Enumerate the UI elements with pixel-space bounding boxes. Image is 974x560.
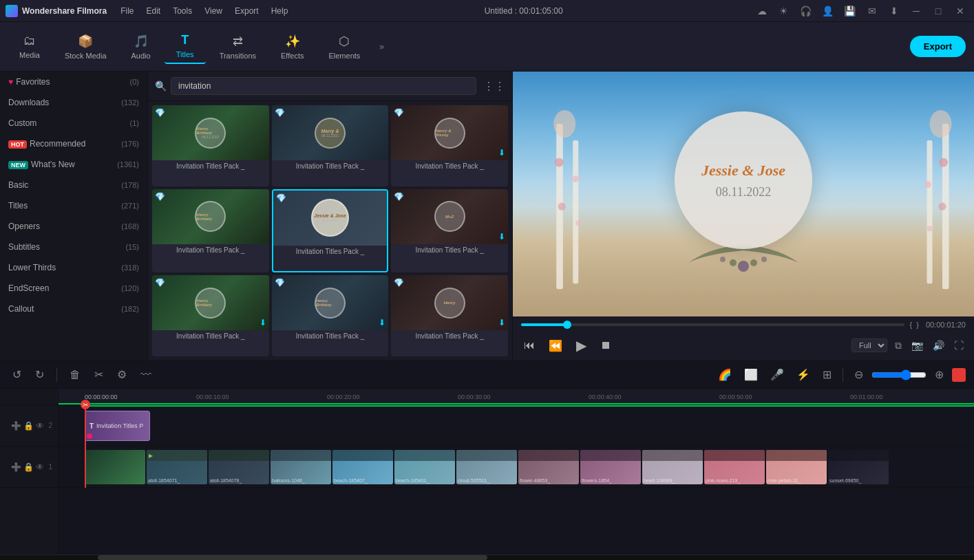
media-card-6[interactable]: M+Z 💎 ⬇ Invitation Titles Pack _ xyxy=(391,189,508,273)
media-card-9[interactable]: Henry 💎 ⬇ Invitation Titles Pack _ xyxy=(391,275,508,356)
sidebar-item-custom[interactable]: Custom (1) xyxy=(0,113,147,133)
media-card-1[interactable]: Henry Brittany 08.11.2022 💎 Invitation T… xyxy=(152,105,269,186)
sidebar-item-favorites[interactable]: ♥Favorites (0) xyxy=(0,72,147,92)
export-button[interactable]: Export xyxy=(910,36,966,57)
lock-icon-1[interactable]: 🔒 xyxy=(23,462,34,472)
sidebar-item-recommended[interactable]: HOTRecommended (176) xyxy=(0,133,147,154)
skip-back-button[interactable]: ⏮ xyxy=(521,336,538,354)
video-clip-sunset[interactable]: sunset-69850_ xyxy=(828,450,889,484)
zoom-select[interactable]: Full xyxy=(851,338,887,352)
zoom-in-tl[interactable]: ⊕ xyxy=(931,366,948,383)
sidebar-item-lowerthirds[interactable]: Lower Thirds (318) xyxy=(0,257,147,278)
brightness-icon[interactable]: ☀ xyxy=(776,3,792,19)
play-button[interactable]: ▶ xyxy=(573,334,589,356)
tool-stock-media[interactable]: 📦 Stock Media xyxy=(54,30,118,64)
media-card-7[interactable]: Henry Brittany 💎 ⬇ Invitation Titles Pac… xyxy=(152,275,269,356)
tool-audio[interactable]: 🎵 Audio xyxy=(120,30,162,64)
grid-options-icon[interactable]: ⋮⋮ xyxy=(483,80,505,93)
video-clip-beach2[interactable]: beach-185401_ xyxy=(394,450,455,484)
tool-media[interactable]: 🗂 Media xyxy=(8,30,51,63)
sidebar-item-basic[interactable]: Basic (178) xyxy=(0,175,147,195)
playhead[interactable]: ✂ xyxy=(85,405,86,488)
progress-bar[interactable] xyxy=(521,323,904,326)
add-track-icon-2[interactable]: ➕ xyxy=(11,421,21,431)
cloud-icon[interactable]: ☁ xyxy=(754,3,770,19)
pip-tl-icon[interactable]: ⊞ xyxy=(818,366,836,383)
minimize-button[interactable]: ─ xyxy=(908,3,924,19)
pip-icon[interactable]: ⧉ xyxy=(893,338,904,354)
download-icon-8[interactable]: ⬇ xyxy=(379,318,385,327)
tool-transitions[interactable]: ⇄ Transitions xyxy=(209,30,267,64)
cut-button[interactable]: ✂ xyxy=(90,366,107,383)
mail-icon[interactable]: ✉ xyxy=(864,3,880,19)
download-icon-6[interactable]: ⬇ xyxy=(498,232,505,241)
media-card-4[interactable]: Henry Brittany 💎 Invitation Titles Pack … xyxy=(152,189,269,273)
menu-edit[interactable]: Edit xyxy=(140,3,166,19)
zoom-out-tl[interactable]: ⊖ xyxy=(850,366,867,383)
audio-wave-button[interactable]: 〰 xyxy=(136,367,156,383)
progress-handle[interactable] xyxy=(563,321,571,329)
detach-audio-icon[interactable]: ⚡ xyxy=(792,366,814,383)
add-track-icon-1[interactable]: ➕ xyxy=(11,462,21,472)
redo-button[interactable]: ↻ xyxy=(31,366,48,383)
record-button[interactable] xyxy=(952,368,966,382)
video-clip-pinkroses[interactable]: pink-roses-219_ xyxy=(704,450,765,484)
sidebar-item-callout[interactable]: Callout (182) xyxy=(0,299,147,319)
fullscreen-icon[interactable]: ⛶ xyxy=(952,338,966,353)
timeline-scrollbar[interactable] xyxy=(0,554,974,560)
download-icon-9[interactable]: ⬇ xyxy=(498,318,505,327)
color-correct-icon[interactable]: 🌈 xyxy=(714,366,736,383)
video-clip-flower[interactable]: flower-48653_ xyxy=(518,450,579,484)
search-input[interactable] xyxy=(171,77,476,95)
media-card-2[interactable]: Marry & 08.11.2022 💎 Invitation Titles P… xyxy=(272,105,389,186)
menu-view[interactable]: View xyxy=(199,3,228,19)
menu-help[interactable]: Help xyxy=(266,3,294,19)
eye-icon-1[interactable]: 👁 xyxy=(36,462,44,472)
video-clip-rosepetals[interactable]: rose-petals-31_ xyxy=(766,450,827,484)
video-clip-atoll3[interactable]: atoll-1854078_ xyxy=(209,450,269,484)
mask-icon[interactable]: ⬜ xyxy=(740,366,762,383)
timeline-tracks[interactable]: 00:00:00:00 00:00:10:00 00:00:20:00 00:0… xyxy=(59,389,974,554)
sidebar-item-downloads[interactable]: Downloads (132) xyxy=(0,92,147,113)
save-icon[interactable]: 💾 xyxy=(842,3,858,19)
tool-titles[interactable]: T Titles xyxy=(165,29,206,64)
video-clip-heart[interactable]: heart-104669_ xyxy=(642,450,703,484)
menu-tools[interactable]: Tools xyxy=(167,3,198,19)
menu-export[interactable]: Export xyxy=(229,3,264,19)
stop-button[interactable]: ⏹ xyxy=(597,336,614,354)
filter-button[interactable]: ⚙ xyxy=(113,366,131,383)
tool-effects[interactable]: ✨ Effects xyxy=(270,30,315,64)
close-button[interactable]: ✕ xyxy=(952,3,968,19)
sidebar-item-openers[interactable]: Openers (168) xyxy=(0,216,147,237)
timeline-zoom-slider[interactable] xyxy=(871,369,927,380)
sidebar-item-whatsnew[interactable]: NEWWhat's New (1361) xyxy=(0,154,147,175)
undo-button[interactable]: ↺ xyxy=(8,366,25,383)
mic-icon[interactable]: 🎤 xyxy=(766,366,788,383)
media-card-3[interactable]: Henry & Sisssy 💎 ⬇ Invitation Titles Pac… xyxy=(391,105,508,186)
tool-elements[interactable]: ⬡ Elements xyxy=(317,30,371,64)
sidebar-item-endscreen[interactable]: EndScreen (120) xyxy=(0,278,147,299)
scrollbar-thumb[interactable] xyxy=(98,555,487,560)
volume-icon[interactable]: 🔊 xyxy=(931,338,946,353)
maximize-button[interactable]: □ xyxy=(930,3,946,19)
video-clip-beach1[interactable]: beach-185407_ xyxy=(332,450,393,484)
title-clip[interactable]: T Invitation Titles P xyxy=(85,411,150,441)
video-clip-atoll2[interactable]: ▶ atoll-1854071_ xyxy=(147,450,207,484)
headphones-icon[interactable]: 🎧 xyxy=(798,3,814,19)
download-icon[interactable]: ⬇ xyxy=(886,3,902,19)
snapshot-icon[interactable]: 📷 xyxy=(909,338,925,353)
sidebar-item-subtitles[interactable]: Subtitles (15) xyxy=(0,237,147,257)
video-clip-flowers[interactable]: flowers-1854_ xyxy=(580,450,641,484)
video-clip-cloud[interactable]: cloud-505501_ xyxy=(456,450,517,484)
account-icon[interactable]: 👤 xyxy=(820,3,836,19)
video-clip-atoll1[interactable]: ▶ atoll-1854069_ xyxy=(85,450,145,484)
menu-file[interactable]: File xyxy=(115,3,139,19)
delete-button[interactable]: 🗑 xyxy=(65,367,85,383)
download-icon-7[interactable]: ⬇ xyxy=(260,318,266,327)
sidebar-item-titles[interactable]: Titles (271) xyxy=(0,195,147,216)
download-icon-3[interactable]: ⬇ xyxy=(498,148,505,158)
prev-frame-button[interactable]: ⏪ xyxy=(546,336,565,355)
eye-icon-2[interactable]: 👁 xyxy=(36,421,44,431)
video-clip-balloons[interactable]: balloons-1046_ xyxy=(271,450,331,484)
media-card-8[interactable]: Henry Brittany 💎 ⬇ Invitation Titles Pac… xyxy=(272,275,389,356)
